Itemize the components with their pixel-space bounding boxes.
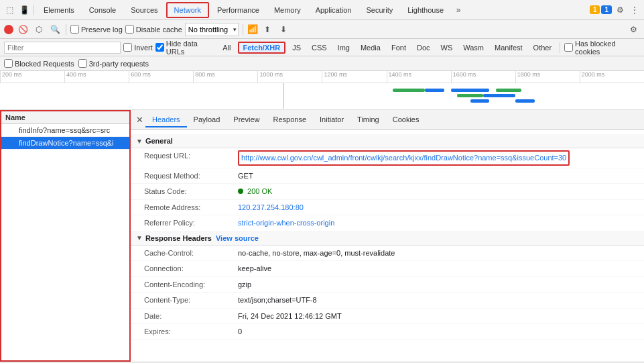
req-bar-5 bbox=[470, 99, 490, 103]
hide-data-urls-checkbox[interactable] bbox=[155, 43, 164, 52]
requests-list: findInfo?name=ssq&src=src findDrawNotice… bbox=[1, 124, 129, 360]
invert-label[interactable]: Invert bbox=[123, 43, 153, 52]
filter-css[interactable]: CSS bbox=[308, 43, 331, 52]
timeline-requests bbox=[0, 83, 644, 109]
detail-tab-payload[interactable]: Payload bbox=[187, 113, 227, 127]
settings2-icon[interactable]: ⚙ bbox=[627, 23, 640, 36]
filter-js[interactable]: JS bbox=[288, 43, 305, 52]
preserve-log-label[interactable]: Preserve log bbox=[70, 25, 123, 34]
throttle-select-wrapper[interactable]: No throttling bbox=[185, 23, 239, 36]
collapse-icon: ▼ bbox=[136, 138, 143, 145]
response-headers-rows: Cache-Control:no-cache, no-store, max-ag… bbox=[131, 246, 644, 340]
blocked-cookies-checkbox[interactable] bbox=[564, 43, 573, 52]
clear-button[interactable]: 🚫 bbox=[16, 23, 29, 36]
disable-cache-checkbox[interactable] bbox=[125, 25, 134, 34]
warning-badge[interactable]: 1 bbox=[590, 5, 600, 14]
status-code-row: Status Code: 200 OK bbox=[131, 184, 644, 200]
req-bar-6 bbox=[483, 94, 515, 97]
request-item-0[interactable]: findInfo?name=ssq&src=src bbox=[1, 124, 129, 137]
tab-elements[interactable]: Elements bbox=[37, 3, 81, 17]
tick-1000: 1000 ms bbox=[257, 71, 322, 83]
more-tabs-icon[interactable]: » bbox=[452, 3, 465, 17]
rh-val-3: text/json;charset=UTF-8 bbox=[238, 295, 317, 306]
filter-ws[interactable]: WS bbox=[437, 43, 457, 52]
device-icon[interactable]: 📱 bbox=[17, 3, 31, 17]
tab-performance[interactable]: Performance bbox=[210, 3, 266, 17]
request-method-key: Request Method: bbox=[144, 170, 238, 182]
tab-console[interactable]: Console bbox=[82, 3, 123, 17]
tab-memory[interactable]: Memory bbox=[267, 3, 308, 17]
throttle-select[interactable]: No throttling bbox=[185, 23, 239, 36]
tick-600: 600 ms bbox=[129, 71, 193, 83]
filter-fetch-xhr[interactable]: Fetch/XHR bbox=[238, 42, 286, 54]
filter-font[interactable]: Font bbox=[387, 43, 410, 52]
detail-tab-headers[interactable]: Headers bbox=[145, 113, 187, 127]
filter-icon[interactable]: ⬡ bbox=[32, 23, 46, 36]
timeline-marker bbox=[283, 83, 284, 109]
req-bar-8 bbox=[515, 99, 535, 103]
detail-tab-initiator[interactable]: Initiator bbox=[313, 113, 350, 127]
detail-tab-cookies[interactable]: Cookies bbox=[386, 113, 426, 127]
response-header-row-3: Content-Type:text/json;charset=UTF-8 bbox=[131, 293, 644, 309]
rh-val-0: no-cache, no-store, max-age=0, must-reva… bbox=[238, 248, 395, 259]
response-header-row-5: Expires:0 bbox=[131, 324, 644, 340]
upload-icon[interactable]: ⬆ bbox=[261, 23, 274, 36]
rh-val-5: 0 bbox=[238, 326, 242, 338]
req-bar-2 bbox=[425, 89, 444, 92]
request-item-1[interactable]: findDrawNotice?name=ssq&i bbox=[1, 137, 129, 150]
invert-checkbox[interactable] bbox=[123, 43, 132, 52]
divider bbox=[66, 24, 66, 35]
filter-input[interactable] bbox=[4, 42, 121, 54]
main-area: Name findInfo?name=ssq&src=src findDrawN… bbox=[0, 110, 644, 362]
response-headers-title: Response Headers bbox=[145, 234, 212, 242]
rh-key-1: Connection: bbox=[144, 263, 238, 274]
response-headers-section-header[interactable]: ▼ Response Headers View source bbox=[131, 231, 644, 246]
request-url-key: Request URL: bbox=[144, 150, 238, 166]
collapse-response-icon: ▼ bbox=[136, 234, 143, 242]
filter-doc[interactable]: Doc bbox=[413, 43, 434, 52]
filter-manifest[interactable]: Manifest bbox=[491, 43, 527, 52]
record-button[interactable] bbox=[4, 25, 13, 34]
detail-tab-preview[interactable]: Preview bbox=[227, 113, 266, 127]
tab-application[interactable]: Application bbox=[309, 3, 359, 17]
tab-lighthouse[interactable]: Lighthouse bbox=[401, 3, 450, 17]
download-icon[interactable]: ⬇ bbox=[277, 23, 290, 36]
filter-media[interactable]: Media bbox=[357, 43, 385, 52]
info-badge[interactable]: 1 bbox=[601, 5, 612, 14]
detail-tab-response[interactable]: Response bbox=[266, 113, 313, 127]
filter-wasm[interactable]: Wasm bbox=[459, 43, 488, 52]
filter-bar: Invert Hide data URLs All Fetch/XHR JS C… bbox=[0, 39, 644, 56]
wifi-icon: 📶 bbox=[247, 24, 258, 34]
search-icon[interactable]: 🔍 bbox=[48, 23, 62, 36]
disable-cache-label[interactable]: Disable cache bbox=[125, 25, 182, 34]
tab-sources[interactable]: Sources bbox=[124, 3, 164, 17]
filter-img[interactable]: Img bbox=[334, 43, 354, 52]
more-options-icon[interactable]: ⋮ bbox=[628, 3, 641, 17]
blocked-requests-label[interactable]: Blocked Requests bbox=[4, 59, 74, 68]
req-bar-7 bbox=[496, 89, 521, 92]
tab-network[interactable]: Network bbox=[166, 2, 209, 18]
inspect-icon[interactable]: ⬚ bbox=[3, 3, 16, 17]
general-section-header[interactable]: ▼ General bbox=[131, 134, 644, 148]
rh-val-1: keep-alive bbox=[238, 263, 271, 274]
blocked-requests-checkbox[interactable] bbox=[4, 59, 13, 68]
timeline-ruler: 200 ms 400 ms 600 ms 800 ms 1000 ms 1200… bbox=[0, 71, 644, 83]
hide-data-urls-label[interactable]: Hide data URLs bbox=[155, 40, 216, 56]
blocked-cookies-label[interactable]: Has blocked cookies bbox=[564, 40, 640, 56]
close-details-button[interactable]: ✕ bbox=[133, 114, 145, 126]
third-party-label[interactable]: 3rd-party requests bbox=[78, 59, 149, 68]
tick-1800: 1800 ms bbox=[515, 71, 580, 83]
tick-400: 400 ms bbox=[64, 71, 129, 83]
remote-address-value: 120.237.254.180:80 bbox=[238, 202, 304, 213]
filter-other[interactable]: Other bbox=[529, 43, 556, 52]
rh-key-2: Content-Encoding: bbox=[144, 279, 238, 291]
third-party-checkbox[interactable] bbox=[78, 59, 87, 68]
detail-tab-timing[interactable]: Timing bbox=[350, 113, 386, 127]
response-header-row-1: Connection:keep-alive bbox=[131, 261, 644, 277]
tab-security[interactable]: Security bbox=[359, 3, 399, 17]
preserve-log-text: Preserve log bbox=[81, 25, 123, 34]
view-source-link[interactable]: View source bbox=[216, 234, 259, 242]
filter-all[interactable]: All bbox=[218, 43, 235, 52]
settings-icon[interactable]: ⚙ bbox=[613, 3, 627, 17]
preserve-log-checkbox[interactable] bbox=[70, 25, 79, 34]
